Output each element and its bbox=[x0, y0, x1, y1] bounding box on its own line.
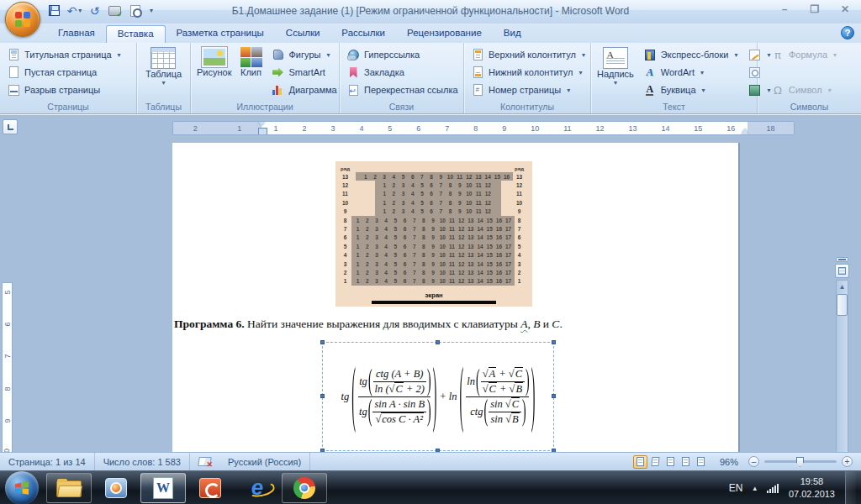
restore-button[interactable]: ❐ bbox=[804, 3, 826, 16]
cross-reference-button[interactable]: Перекрестная ссылка bbox=[343, 81, 460, 98]
bookmark-button[interactable]: Закладка bbox=[343, 64, 460, 81]
close-button[interactable]: ✕ bbox=[834, 3, 856, 16]
draft-view-button[interactable] bbox=[694, 455, 708, 469]
show-desktop-button[interactable] bbox=[845, 471, 856, 504]
taskbar-media-player-button[interactable] bbox=[93, 473, 139, 503]
seating-chart-image[interactable]: рядряд1312345678910111213141516131212345… bbox=[335, 161, 532, 307]
picture-button[interactable]: Рисунок bbox=[193, 44, 236, 101]
zoom-level[interactable]: 96% bbox=[713, 457, 745, 467]
clipart-button[interactable]: Клип bbox=[236, 44, 267, 101]
drop-cap-button[interactable]: A Буквица▾ bbox=[640, 81, 742, 98]
wordart-button[interactable]: A WordArt▾ bbox=[640, 64, 742, 81]
hyperlink-button[interactable]: Гиперссылка bbox=[343, 46, 460, 63]
equation-object[interactable]: tg ( tg ( ctg (A + B) ln (√C + 2) ) bbox=[322, 342, 554, 451]
taskbar-powerpoint-button[interactable] bbox=[188, 473, 233, 503]
row-label: 11 bbox=[339, 191, 351, 197]
seat-row: 612345678910111213141516176 bbox=[339, 234, 529, 242]
taskbar-internet-explorer-button[interactable]: e bbox=[235, 473, 280, 503]
seat-number: 3 bbox=[372, 234, 381, 240]
footer-button[interactable]: Нижний колонтитул▾ bbox=[467, 64, 587, 81]
horizontal-ruler[interactable]: 21 12345678910111213141516 18 bbox=[172, 121, 795, 135]
word-count[interactable]: Число слов: 1 583 bbox=[95, 453, 190, 470]
page-number-button[interactable]: Номер страницы▾ bbox=[467, 81, 587, 98]
start-button[interactable] bbox=[5, 471, 39, 504]
page-indicator[interactable]: Страница: 1 из 14 bbox=[0, 453, 95, 470]
seat-number: 4 bbox=[382, 244, 391, 249]
split-window-handle[interactable] bbox=[836, 257, 848, 262]
seat-number: 8 bbox=[446, 182, 455, 188]
zoom-out-button[interactable]: – bbox=[748, 456, 759, 467]
tab-Вид[interactable]: Вид bbox=[493, 25, 532, 43]
language-bar[interactable]: EN bbox=[729, 482, 743, 494]
outline-view-button[interactable] bbox=[679, 455, 693, 469]
shapes-icon bbox=[272, 48, 285, 61]
seat-number: 12 bbox=[457, 226, 466, 232]
seat-row: 812345678910111213141516178 bbox=[339, 216, 529, 224]
seat-number: 8 bbox=[446, 200, 455, 206]
tab-Главная[interactable]: Главная bbox=[47, 25, 106, 43]
scroll-up-arrow-icon[interactable]: ▲ bbox=[836, 281, 848, 293]
tab-Разметка страницы[interactable]: Разметка страницы bbox=[166, 25, 275, 43]
zoom-in-button[interactable]: + bbox=[842, 456, 853, 467]
selection-handle[interactable] bbox=[320, 394, 325, 398]
cover-page-button[interactable]: Титульная страница▾ bbox=[3, 46, 133, 63]
seat-strip: 1234567891011121314151617 bbox=[351, 242, 515, 250]
right-indent-marker[interactable] bbox=[742, 125, 748, 134]
system-tray: EN ▴ 19:58 07.02.2013 bbox=[729, 471, 861, 504]
network-signal-icon[interactable] bbox=[767, 483, 779, 493]
seat-number: 11 bbox=[473, 191, 483, 197]
minimize-button[interactable]: – bbox=[774, 3, 795, 16]
help-button[interactable]: ? bbox=[841, 26, 854, 39]
proofing-status[interactable] bbox=[190, 453, 219, 470]
taskbar-word-button[interactable]: W bbox=[140, 473, 186, 503]
ruler-toggle-button[interactable] bbox=[835, 264, 849, 278]
ruler-number: 18 bbox=[766, 124, 774, 133]
clock[interactable]: 19:58 07.02.2013 bbox=[789, 475, 835, 501]
tab-Ссылки[interactable]: Ссылки bbox=[275, 25, 331, 43]
selection-handle[interactable] bbox=[552, 340, 556, 344]
zoom-slider-thumb[interactable] bbox=[796, 457, 804, 467]
language-indicator[interactable]: Русский (Россия) bbox=[219, 453, 310, 470]
seat-header-row: рядряд bbox=[339, 165, 529, 172]
selection-handle[interactable] bbox=[436, 340, 440, 344]
textbox-button[interactable]: Надпись ▾ bbox=[593, 44, 638, 101]
smartart-button[interactable]: SmartArt bbox=[268, 64, 341, 81]
scrollbar-thumb[interactable] bbox=[837, 294, 848, 316]
symbol-button[interactable]: Ω Символ▾ bbox=[768, 81, 835, 98]
document-page[interactable]: рядряд1312345678910111213141516131212345… bbox=[172, 143, 738, 452]
ruler-number: 2 bbox=[193, 124, 198, 133]
equation-button[interactable]: π Формула▾ bbox=[768, 46, 840, 63]
left-indent-marker[interactable] bbox=[258, 121, 266, 135]
hidden-icons-arrow-icon[interactable]: ▴ bbox=[753, 484, 757, 492]
tab-Рецензирование[interactable]: Рецензирование bbox=[396, 25, 493, 43]
quick-parts-button[interactable]: Экспресс-блоки▾ bbox=[640, 46, 742, 63]
seat-number: 12 bbox=[457, 270, 466, 276]
taskbar-explorer-button[interactable] bbox=[46, 473, 92, 503]
bookmark-icon bbox=[346, 66, 360, 79]
print-layout-view-button[interactable] bbox=[633, 455, 647, 469]
office-button[interactable] bbox=[5, 2, 40, 37]
full-screen-reading-view-button[interactable] bbox=[648, 455, 663, 469]
shapes-button[interactable]: Фигуры▾ bbox=[268, 46, 341, 63]
zoom-slider-track[interactable] bbox=[764, 460, 837, 463]
header-button[interactable]: Верхний колонтитул▾ bbox=[467, 46, 587, 63]
seat-number: 14 bbox=[475, 218, 484, 223]
seat-number: 16 bbox=[494, 278, 504, 284]
blank-page-button[interactable]: Пустая страница bbox=[3, 64, 133, 81]
page-break-button[interactable]: Разрыв страницы bbox=[3, 81, 133, 98]
seat-number: 2 bbox=[362, 234, 372, 240]
table-icon bbox=[151, 47, 176, 69]
chart-button[interactable]: Диаграмма bbox=[268, 81, 341, 98]
tab-Вставка[interactable]: Вставка bbox=[106, 25, 166, 43]
seat-number: 7 bbox=[409, 226, 419, 232]
selection-handle[interactable] bbox=[552, 394, 556, 398]
tab-Рассылки[interactable]: Рассылки bbox=[330, 25, 396, 43]
taskbar-chrome-button[interactable] bbox=[282, 473, 327, 503]
table-button[interactable]: Таблица ▾ bbox=[141, 44, 186, 101]
seat-number: 2 bbox=[389, 182, 399, 188]
web-layout-view-button[interactable] bbox=[663, 455, 678, 469]
selection-handle[interactable] bbox=[320, 340, 325, 344]
tab-stop-selector[interactable] bbox=[3, 119, 18, 134]
ruler-number: 11 bbox=[563, 124, 571, 133]
seat-number: 3 bbox=[380, 174, 389, 180]
